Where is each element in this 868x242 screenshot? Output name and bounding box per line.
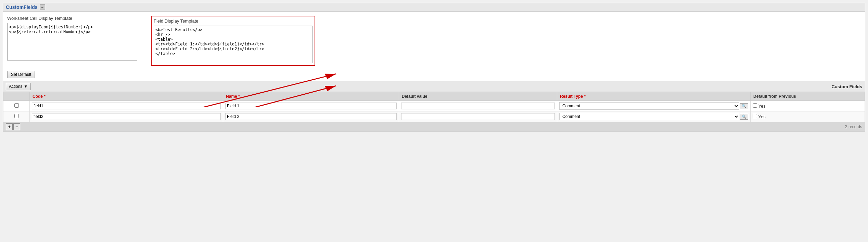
result-type-search-button[interactable]: 🔍 [740,114,748,120]
row-default-prev-cell: Yes [751,111,865,122]
row-default-value-cell [399,111,557,122]
worksheet-template-block: Worksheet Cell Display Template [7,16,137,66]
col-header-default-value: Default value [399,92,557,101]
code-input[interactable] [32,113,221,120]
row-result-type-cell: CommentTextNumberDate🔍 [557,101,751,111]
default-value-input[interactable] [401,113,555,120]
table-row: CommentTextNumberDate🔍 Yes [3,111,865,122]
col-header-check [3,92,30,101]
row-code-cell [30,101,223,111]
row-result-type-cell: CommentTextNumberDate🔍 [557,111,751,122]
add-row-button[interactable]: + [6,123,13,130]
templates-row: Worksheet Cell Display Template Field Di… [3,12,865,69]
col-header-code: Code * [30,92,223,101]
default-prev-label: Yes [757,114,766,119]
row-checkbox[interactable] [14,114,19,118]
actions-dropdown-icon: ▼ [24,84,28,89]
collapse-button[interactable]: − [40,4,45,10]
footer-buttons: + − [6,123,20,130]
table-body: CommentTextNumberDate🔍 YesCommentTextNum… [3,101,865,122]
default-prev-label: Yes [757,104,766,109]
row-checkbox[interactable] [14,103,19,108]
actions-button[interactable]: Actions ▼ [6,83,31,90]
result-type-search-button[interactable]: 🔍 [740,103,748,109]
custom-fields-table: Code * Name * Default value Result Type … [3,92,865,122]
field-display-template-block: Field Display Template [151,16,315,66]
main-container: CustomFields − Worksheet Cell Display Te… [3,3,865,132]
result-type-select[interactable]: CommentTextNumberDate [559,102,739,110]
row-default-prev-cell: Yes [751,101,865,111]
remove-row-button[interactable]: − [13,123,20,130]
result-type-select[interactable]: CommentTextNumberDate [559,113,739,120]
section-title: CustomFields [6,4,38,10]
field-display-template-textarea[interactable] [154,26,312,63]
name-input[interactable] [225,103,397,109]
worksheet-template-label: Worksheet Cell Display Template [7,16,137,21]
set-default-button[interactable]: Set Default [7,71,35,78]
row-name-cell [223,111,399,122]
table-row: CommentTextNumberDate🔍 Yes [3,101,865,111]
field-display-template-label: Field Display Template [154,18,312,24]
code-input[interactable] [32,103,221,109]
row-name-cell [223,101,399,111]
default-prev-checkbox[interactable] [753,114,757,118]
col-header-default-prev: Default from Previous [751,92,865,101]
custom-fields-table-label: Custom Fields [831,84,862,89]
col-header-name: Name * [223,92,399,101]
set-default-area: Set Default [3,69,865,81]
default-prev-checkbox[interactable] [753,103,757,108]
col-header-result-type: Result Type * [557,92,751,101]
worksheet-template-textarea[interactable] [7,23,137,60]
row-default-value-cell [399,101,557,111]
section-header: CustomFields − [3,3,865,12]
actions-toolbar: Actions ▼ Custom Fields [3,81,865,92]
table-header: Code * Name * Default value Result Type … [3,92,865,101]
row-code-cell [30,111,223,122]
default-value-input[interactable] [401,103,555,109]
table-footer: + − 2 records [3,122,865,131]
records-count: 2 records [845,124,862,129]
actions-label: Actions [9,84,22,89]
templates-wrapper: Worksheet Cell Display Template Field Di… [3,12,865,69]
row-checkbox-cell [3,111,30,122]
row-checkbox-cell [3,101,30,111]
name-input[interactable] [225,113,397,120]
